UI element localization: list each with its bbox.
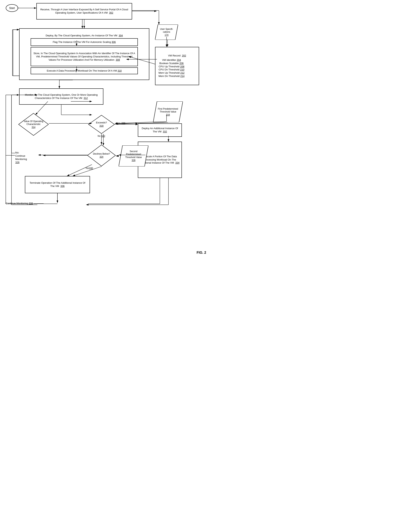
user-specs-parallelogram: User Specifi-cations 174 [155, 24, 178, 40]
start-oval: Start [6, 4, 18, 12]
box-332: Deploy An Additional Instance Of The VM … [138, 123, 182, 137]
fig-label: FIG. 2 [197, 251, 206, 255]
diagram-container: Start Receive, Through A User Interface … [0, 0, 210, 258]
diamond-324: Declines Below? 324 [87, 144, 116, 166]
box-304-outer: Deploy, By The Cloud Operating System, A… [19, 28, 149, 80]
yes-label-330: Yes330 [85, 167, 93, 170]
continue-monitoring-338: Continue Monitoring 338 ———— [6, 202, 44, 205]
no-label-320: No 320 [98, 135, 105, 137]
diamond-314: Value Of Operating Characteristic 314 [18, 113, 49, 136]
no-continue-monitoring: No:ContinueMonitoring326 [15, 151, 27, 164]
vm-record-box: VM Record 202 VM Identifier 204 Boolean … [155, 47, 199, 85]
box-310: Execute A Data Processing Workload On Th… [31, 67, 138, 74]
diamond-318: Exceeds? 318 [88, 115, 115, 134]
box-302: Receive, Through A User Interface Expose… [36, 3, 132, 20]
box-336: Terminate Operation Of The Additional In… [25, 176, 90, 193]
yes-label-322: Yes 322 [116, 122, 125, 125]
second-threshold-para: Second Predetermined Threshold Value 328 [119, 145, 148, 166]
box-312: Monitor, By The Cloud Operating System, … [19, 89, 103, 105]
box-308: Store, In The Cloud Operating System In … [31, 47, 138, 66]
first-threshold-para: First Predetermined Threshold Value 316 [153, 101, 183, 122]
box-306: Flag The Instance Of The VM For Autonomi… [31, 38, 138, 46]
